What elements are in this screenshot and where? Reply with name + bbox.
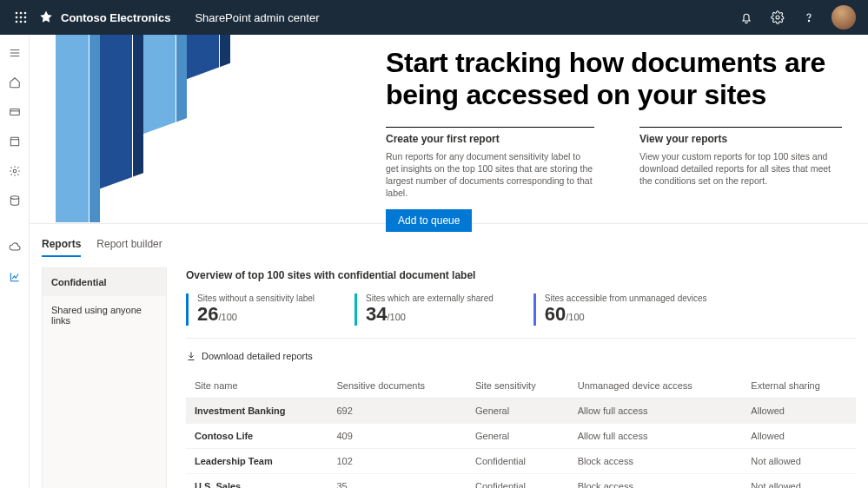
svg-rect-22 <box>56 35 89 222</box>
metric-external: Sites which are externally shared 34/100 <box>354 293 494 326</box>
gear-outline-icon <box>9 165 21 177</box>
home-icon <box>9 76 21 89</box>
metrics-row: Sites without a sensitivity label 26/100… <box>186 293 856 339</box>
svg-rect-19 <box>176 35 187 122</box>
bell-icon <box>739 10 753 24</box>
gear-icon <box>771 10 785 24</box>
svg-point-6 <box>16 21 18 23</box>
report-title: Overview of top 100 sites with confident… <box>186 269 856 281</box>
table-row[interactable]: Contoso Life 409 General Allow full acce… <box>186 424 856 449</box>
report-item-anyone-links[interactable]: Shared using anyone links <box>43 296 166 334</box>
help-button[interactable] <box>795 3 823 31</box>
metric-value: 26 <box>197 303 218 325</box>
col-site-name[interactable]: Site name <box>186 373 328 399</box>
download-reports-link[interactable]: Download detailed reports <box>186 351 856 361</box>
table-row[interactable]: U.S. Sales 35 Confidential Block access … <box>186 474 856 489</box>
cell-sens: Confidential <box>467 474 569 489</box>
table-row[interactable]: Leadership Team 102 Confidential Block a… <box>186 449 856 474</box>
hero-col2-body: View your custom reports for top 100 sit… <box>639 150 842 188</box>
svg-point-10 <box>808 20 809 21</box>
cell-dev: Allow full access <box>569 399 743 424</box>
tenant-name: Contoso Electronics <box>38 10 170 25</box>
metric-label: Sites without a sensitivity label <box>197 293 315 303</box>
nav-sites[interactable] <box>0 99 30 125</box>
hero-col1-heading: Create your first report <box>386 127 594 145</box>
nav-toggle[interactable] <box>0 40 30 66</box>
table-row[interactable]: Investment Banking 692 General Allow ful… <box>186 399 856 424</box>
download-icon <box>186 351 196 361</box>
cell-sens: General <box>467 424 569 449</box>
metric-value: 60 <box>545 303 566 325</box>
svg-point-12 <box>13 169 17 173</box>
settings-button[interactable] <box>764 3 792 31</box>
cell-dev: Block access <box>569 474 743 489</box>
svg-rect-17 <box>220 35 230 67</box>
hero-col1-body: Run reports for any document sensitivity… <box>386 150 594 200</box>
svg-rect-21 <box>133 35 143 177</box>
report-list: Confidential Shared using anyone links <box>42 267 167 488</box>
metric-value: 34 <box>366 303 387 325</box>
cell-ext: Allowed <box>742 424 856 449</box>
hero-view-reports: View your reports View your custom repor… <box>639 127 842 233</box>
hero-banner: Start tracking how documents are being a… <box>30 35 868 224</box>
table-header-row: Site name Sensitive documents Site sensi… <box>186 373 856 399</box>
cell-docs: 409 <box>328 424 467 449</box>
metric-of: /100 <box>218 312 236 322</box>
svg-rect-20 <box>99 35 132 189</box>
cell-ext: Not allowed <box>742 449 856 474</box>
report-item-confidential[interactable]: Confidential <box>43 268 166 296</box>
svg-point-1 <box>20 12 23 15</box>
col-sensitive-docs[interactable]: Sensitive documents <box>328 373 467 399</box>
svg-point-5 <box>24 16 27 19</box>
cloud-icon <box>9 241 21 254</box>
col-device-access[interactable]: Unmanaged device access <box>569 373 743 399</box>
col-site-sensitivity[interactable]: Site sensitivity <box>467 373 569 399</box>
cell-dev: Block access <box>569 449 743 474</box>
cell-name: Investment Banking <box>186 399 328 424</box>
svg-point-9 <box>776 16 779 19</box>
nav-rail <box>0 35 30 488</box>
cell-name: U.S. Sales <box>186 474 328 489</box>
nav-reports[interactable] <box>0 264 30 290</box>
admin-center-title: SharePoint admin center <box>195 11 319 24</box>
cell-ext: Allowed <box>742 399 856 424</box>
suite-header: Contoso Electronics SharePoint admin cen… <box>0 0 868 35</box>
metric-label: Sites which are externally shared <box>366 293 494 303</box>
main-content: Start tracking how documents are being a… <box>30 35 868 488</box>
svg-rect-23 <box>89 35 100 222</box>
user-avatar[interactable] <box>832 5 856 30</box>
add-to-queue-button[interactable]: Add to queue <box>386 209 472 232</box>
metric-label: Sites accessible from unmanaged devices <box>545 293 707 303</box>
metric-of: /100 <box>566 312 584 322</box>
cell-ext: Not allowed <box>742 474 856 489</box>
nav-home[interactable] <box>0 69 30 96</box>
svg-point-2 <box>24 12 27 15</box>
cell-name: Leadership Team <box>186 449 328 474</box>
cell-docs: 692 <box>328 399 467 424</box>
svg-point-13 <box>10 196 18 200</box>
hero-illustration <box>30 35 368 222</box>
nav-settings[interactable] <box>0 158 30 184</box>
svg-rect-18 <box>142 35 176 135</box>
org-name: Contoso Electronics <box>61 11 170 24</box>
tenant-logo-icon <box>38 10 54 25</box>
cell-sens: Confidential <box>467 449 569 474</box>
nav-migration[interactable] <box>0 234 30 260</box>
cell-sens: General <box>467 399 569 424</box>
svg-point-3 <box>16 16 18 19</box>
shop-icon <box>9 135 21 148</box>
sites-table: Site name Sensitive documents Site sensi… <box>186 373 856 488</box>
help-icon <box>802 10 816 24</box>
chart-icon <box>9 271 21 283</box>
nav-policies[interactable] <box>0 129 30 155</box>
svg-point-4 <box>20 16 23 19</box>
cell-docs: 35 <box>328 474 467 489</box>
tab-reports[interactable]: Reports <box>42 238 81 257</box>
app-launcher[interactable] <box>7 11 35 23</box>
nav-content[interactable] <box>0 188 30 214</box>
col-external-sharing[interactable]: External sharing <box>742 373 856 399</box>
metric-of: /100 <box>388 312 406 322</box>
tab-report-builder[interactable]: Report builder <box>96 238 162 257</box>
svg-rect-11 <box>10 109 19 115</box>
notifications-button[interactable] <box>732 3 760 31</box>
